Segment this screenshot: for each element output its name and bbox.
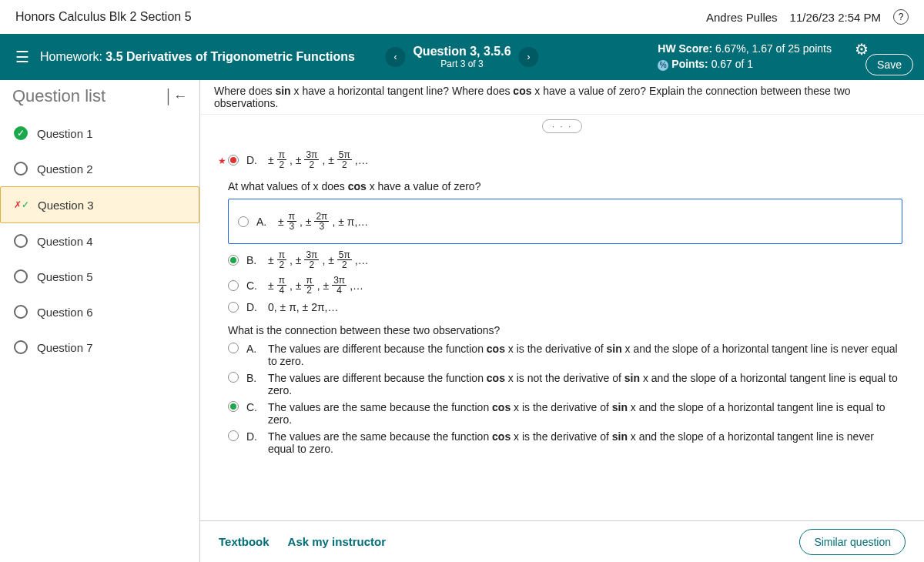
prev-question-button[interactable]: ‹	[385, 47, 405, 67]
radio-b-selected[interactable]	[228, 255, 239, 266]
sidebar-item-q5[interactable]: Question 5	[0, 259, 199, 294]
sidebar-item-q3[interactable]: Question 3	[0, 186, 199, 223]
question-list-title: Question list	[12, 86, 105, 106]
option-text: The values are different because the fun…	[268, 372, 902, 396]
similar-question-button[interactable]: Similar question	[799, 529, 906, 555]
radio-conn-b[interactable]	[228, 372, 239, 383]
menu-icon[interactable]: ☰	[15, 48, 29, 66]
prev-answer-d: D. ±π2 , ±3π2 , ±5π2 ,…	[228, 150, 902, 169]
score-block: HW Score: 6.67%, 1.67 of 25 points %Poin…	[658, 42, 832, 72]
conn-option-b[interactable]: B. The values are different because the …	[228, 372, 902, 396]
question-number: Question 3, 3.5.6	[413, 45, 511, 59]
status-icon	[14, 305, 28, 319]
user-block: Andres Pulles 11/26/23 2:54 PM ?	[706, 9, 909, 25]
option-c[interactable]: C. ±π4 , ±π2 , ±3π4 ,…	[228, 276, 902, 295]
datetime: 11/26/23 2:54 PM	[790, 11, 881, 24]
sidebar-item-label: Question 1	[37, 127, 93, 140]
sidebar-item-q4[interactable]: Question 4	[0, 223, 199, 259]
option-text: The values are the same because the func…	[268, 430, 902, 455]
sidebar-item-q2[interactable]: Question 2	[0, 151, 199, 186]
option-b[interactable]: B. ±π2 , ±3π2 , ±5π2 ,…	[228, 250, 902, 269]
question-list-sidebar: Question list │← ✓Question 1 Question 2 …	[0, 80, 200, 562]
connection-options: A. The values are different because the …	[228, 343, 902, 455]
sidebar-item-label: Question 4	[37, 235, 93, 248]
radio-conn-a[interactable]	[228, 343, 239, 353]
subquestion-connection: What is the connection between these two…	[228, 324, 902, 336]
radio-d[interactable]	[228, 302, 239, 313]
question-prompt: Where does sin x have a horizontal tange…	[200, 80, 924, 115]
sidebar-item-label: Question 5	[37, 270, 93, 283]
radio-c[interactable]	[228, 280, 239, 291]
hw-label: Homework:	[40, 50, 102, 63]
sidebar-item-label: Question 3	[38, 199, 94, 212]
math-expression: ±π3 , ±2π3 , ± π,…	[278, 212, 368, 231]
textbook-link[interactable]: Textbook	[219, 535, 270, 548]
hw-score-label: HW Score:	[658, 42, 712, 55]
math-expression: ±π4 , ±π2 , ±3π4 ,…	[268, 276, 363, 295]
conn-option-a[interactable]: A. The values are different because the …	[228, 343, 902, 367]
sidebar-item-q7[interactable]: Question 7	[0, 330, 199, 365]
radio-conn-c-selected[interactable]	[228, 401, 239, 412]
points-value: 0.67 of 1	[711, 58, 754, 70]
conn-option-d[interactable]: D. The values are the same because the f…	[228, 430, 902, 455]
radio-a[interactable]	[238, 216, 249, 227]
option-d[interactable]: D. 0, ± π, ± 2π,…	[228, 301, 902, 313]
sidebar-item-label: Question 7	[37, 341, 93, 354]
radio-selected-wrong	[228, 155, 239, 166]
hw-title: 3.5 Derivatives of Trigonometric Functio…	[105, 50, 355, 63]
conn-option-c[interactable]: C. The values are the same because the f…	[228, 401, 902, 426]
user-name: Andres Pulles	[706, 11, 778, 24]
hw-score-value: 6.67%, 1.67 of 25 points	[715, 42, 832, 55]
more-icon[interactable]: · · ·	[200, 119, 924, 133]
question-content: Where does sin x have a horizontal tange…	[200, 80, 924, 562]
sidebar-item-label: Question 6	[37, 306, 93, 319]
highlighted-option-a[interactable]: A. ±π3 , ±2π3 , ± π,…	[228, 199, 902, 244]
points-icon: %	[658, 60, 668, 71]
ask-instructor-link[interactable]: Ask my instructor	[288, 535, 387, 548]
collapse-icon[interactable]: │←	[165, 89, 187, 105]
check-icon: ✓	[14, 126, 28, 140]
option-text: The values are the same because the func…	[268, 401, 902, 426]
sidebar-item-q1[interactable]: ✓Question 1	[0, 115, 199, 151]
top-bar: Honors Calculus Blk 2 Section 5 Andres P…	[0, 0, 924, 34]
subquestion-cos-zero: At what values of x does cos x have a va…	[228, 180, 902, 192]
next-question-button[interactable]: ›	[519, 47, 539, 67]
homework-title-block: Homework: 3.5 Derivatives of Trigonometr…	[40, 49, 355, 65]
status-icon	[14, 340, 28, 354]
question-list-header: Question list │←	[0, 80, 199, 115]
help-icon[interactable]: ?	[893, 9, 909, 25]
math-expression: ±π2 , ±3π2 , ±5π2 ,…	[268, 250, 369, 269]
math-expression: 0, ± π, ± 2π,…	[268, 301, 339, 313]
points-label: Points:	[671, 58, 708, 70]
radio-conn-d[interactable]	[228, 430, 239, 441]
question-nav: ‹ Question 3, 3.5.6 Part 3 of 3 ›	[385, 45, 538, 69]
question-title: Question 3, 3.5.6 Part 3 of 3	[413, 45, 511, 69]
option-text: The values are different because the fun…	[268, 343, 902, 367]
status-icon	[14, 269, 28, 283]
math-expression: ±π2 , ±3π2 , ±5π2 ,…	[268, 150, 369, 169]
footer-bar: Textbook Ask my instructor Similar quest…	[200, 520, 924, 562]
assignment-header: ☰ Homework: 3.5 Derivatives of Trigonome…	[0, 34, 924, 80]
status-icon	[14, 234, 28, 248]
sidebar-item-q6[interactable]: Question 6	[0, 294, 199, 330]
save-button[interactable]: Save	[865, 54, 913, 75]
settings-icon[interactable]: ⚙	[855, 40, 869, 59]
status-icon	[14, 162, 28, 176]
question-part: Part 3 of 3	[413, 59, 511, 69]
course-title: Honors Calculus Blk 2 Section 5	[15, 10, 192, 24]
partial-icon	[15, 198, 28, 212]
sidebar-item-label: Question 2	[37, 162, 93, 176]
